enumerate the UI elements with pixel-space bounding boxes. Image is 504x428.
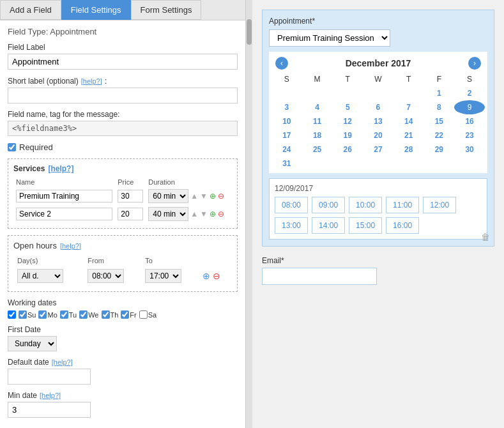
services-help[interactable]: [help?] <box>48 164 73 173</box>
wd-all-checkbox[interactable] <box>8 310 16 319</box>
short-label-label: Short label (optional) <box>8 77 79 86</box>
wd-mo-checkbox[interactable] <box>38 310 47 319</box>
tab-add-field[interactable]: Add a Field <box>0 0 61 20</box>
calendar-day[interactable]: 14 <box>393 114 424 128</box>
short-label-input[interactable] <box>8 88 238 103</box>
calendar-day[interactable]: 2 <box>454 86 485 100</box>
calendar-day[interactable]: 22 <box>424 128 455 142</box>
calendar-day[interactable]: 9 <box>454 100 485 114</box>
calendar-day[interactable]: 30 <box>454 142 485 157</box>
default-date-input[interactable] <box>8 369 91 385</box>
first-date-select[interactable]: Sunday Monday <box>8 336 57 351</box>
service-add-icon-1[interactable]: ⊕ <box>210 192 216 201</box>
service-add-icon-2[interactable]: ⊕ <box>210 210 216 218</box>
calendar-day[interactable]: 17 <box>271 128 302 142</box>
time-slot[interactable]: 09:00 <box>312 197 345 213</box>
wd-su-checkbox[interactable] <box>19 310 27 319</box>
service-name-input-1[interactable] <box>16 190 112 203</box>
calendar-day[interactable]: 7 <box>393 100 424 114</box>
min-date-help[interactable]: [help?] <box>40 392 61 399</box>
scroll-bar[interactable] <box>246 0 252 428</box>
calendar-day[interactable]: 5 <box>332 100 363 114</box>
default-date-label: Default date <box>8 358 49 367</box>
oh-to-select[interactable]: 17:00 18:00 <box>145 269 181 283</box>
calendar-day[interactable]: 21 <box>393 128 424 142</box>
service-price-input-1[interactable] <box>118 190 143 203</box>
service-duration-select-1[interactable]: 60 min 30 min 45 min 90 min <box>148 189 188 203</box>
duration-down-icon-2[interactable]: ▼ <box>200 210 208 218</box>
wd-tu-label: Tu <box>69 311 77 319</box>
min-date-input[interactable] <box>8 402 91 418</box>
calendar-day[interactable]: 12 <box>332 114 363 128</box>
calendar-day[interactable]: 19 <box>332 128 363 142</box>
time-slot[interactable]: 15:00 <box>349 217 382 234</box>
services-box: Services [help?] Name Price Duration <box>8 158 238 229</box>
scroll-thumb[interactable] <box>247 19 252 45</box>
calendar-day[interactable]: 24 <box>271 142 302 157</box>
calendar-prev-btn[interactable]: ‹ <box>275 57 288 70</box>
calendar-day[interactable]: 31 <box>271 157 302 171</box>
service-price-input-2[interactable] <box>118 208 143 220</box>
time-slot[interactable]: 10:00 <box>349 197 382 213</box>
oh-from-select[interactable]: 08:00 09:00 10:00 <box>88 269 124 283</box>
open-hours-box: Open hours [help?] Day(s) From To <box>8 235 238 292</box>
time-slot[interactable]: 12:00 <box>423 197 456 213</box>
calendar-day[interactable]: 11 <box>302 114 333 128</box>
open-hours-header: Open hours [help?] <box>13 241 232 250</box>
service-duration-select-2[interactable]: 40 min 30 min 60 min <box>148 207 188 221</box>
wd-we-label: We <box>88 311 98 319</box>
calendar-day[interactable]: 8 <box>424 100 455 114</box>
tab-form-settings[interactable]: Form Settings <box>131 0 202 20</box>
calendar-day[interactable]: 10 <box>271 114 302 128</box>
wd-we-checkbox[interactable] <box>79 310 88 319</box>
email-input[interactable] <box>262 268 377 285</box>
calendar-day[interactable]: 29 <box>424 142 455 157</box>
calendar-day[interactable]: 4 <box>302 100 333 114</box>
service-select[interactable]: Premium Training Session Service 2 <box>269 29 390 47</box>
duration-up-icon-2[interactable]: ▲ <box>190 210 198 218</box>
calendar-day[interactable]: 28 <box>393 142 424 157</box>
required-checkbox[interactable] <box>8 143 16 151</box>
wd-fr-checkbox[interactable] <box>121 310 129 319</box>
tab-field-settings[interactable]: Field Settings <box>61 0 131 20</box>
field-label-input[interactable] <box>8 54 238 70</box>
calendar-day[interactable]: 18 <box>302 128 333 142</box>
trash-icon[interactable]: 🗑 <box>481 232 490 242</box>
duration-up-icon-1[interactable]: ▲ <box>190 192 198 201</box>
duration-down-icon-1[interactable]: ▼ <box>200 192 208 201</box>
short-label-help[interactable]: [help?] <box>81 77 102 85</box>
calendar-day[interactable]: 15 <box>424 114 455 128</box>
calendar-day[interactable]: 1 <box>424 86 455 100</box>
calendar-day[interactable]: 27 <box>363 142 393 157</box>
oh-day-select[interactable]: All d. Monday Tuesday <box>17 269 63 283</box>
wd-fr-label: Fr <box>130 311 136 319</box>
calendar-day[interactable]: 16 <box>454 114 485 128</box>
oh-add-icon[interactable]: ⊕ <box>202 271 210 281</box>
table-row: All d. Monday Tuesday 08:00 09:00 10:00 <box>15 267 231 285</box>
calendar-day[interactable]: 13 <box>363 114 393 128</box>
time-slot[interactable]: 08:00 <box>275 197 308 213</box>
calendar-day <box>271 86 302 100</box>
open-hours-help[interactable]: [help?] <box>60 242 81 250</box>
service-name-input-2[interactable] <box>16 208 112 220</box>
time-slot[interactable]: 16:00 <box>386 217 419 234</box>
time-slot[interactable]: 11:00 <box>386 197 419 213</box>
calendar-day <box>363 86 393 100</box>
default-date-help[interactable]: [help?] <box>52 358 73 366</box>
oh-remove-icon[interactable]: ⊖ <box>213 271 220 281</box>
service-remove-icon-2[interactable]: ⊖ <box>218 210 224 218</box>
calendar-day[interactable]: 20 <box>363 128 393 142</box>
service-remove-icon-1[interactable]: ⊖ <box>218 192 224 201</box>
wd-tu-checkbox[interactable] <box>60 310 68 319</box>
calendar-day[interactable]: 23 <box>454 128 485 142</box>
calendar-day[interactable]: 6 <box>363 100 393 114</box>
wd-th-checkbox[interactable] <box>102 310 110 319</box>
calendar-day[interactable]: 25 <box>302 142 333 157</box>
time-slot[interactable]: 14:00 <box>312 217 345 234</box>
calendar-next-btn[interactable]: › <box>468 57 481 70</box>
wd-sa-checkbox[interactable] <box>139 310 148 319</box>
calendar-day <box>302 86 333 100</box>
time-slot[interactable]: 13:00 <box>275 217 308 234</box>
calendar-day[interactable]: 3 <box>271 100 302 114</box>
calendar-day[interactable]: 26 <box>332 142 363 157</box>
